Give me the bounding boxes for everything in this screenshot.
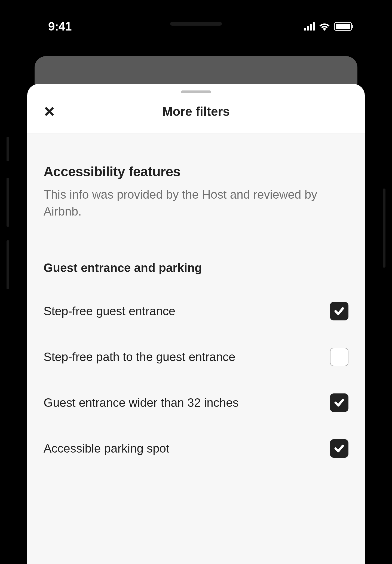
phone-frame: 9:41 More filters (8, 3, 384, 564)
notch (170, 22, 222, 26)
filter-label: Accessible parking spot (44, 440, 319, 457)
checkbox-wide-entrance[interactable] (330, 393, 348, 412)
cellular-icon (304, 22, 315, 31)
filter-row-step-free-path[interactable]: Step-free path to the guest entrance (44, 348, 348, 366)
battery-icon (334, 22, 352, 31)
checkbox-step-free-path[interactable] (330, 348, 348, 366)
filter-label: Guest entrance wider than 32 inches (44, 394, 319, 411)
filter-row-wide-entrance[interactable]: Guest entrance wider than 32 inches (44, 393, 348, 412)
phone-screen: 9:41 More filters (20, 11, 372, 564)
filter-row-step-free-entrance[interactable]: Step-free guest entrance (44, 302, 348, 320)
status-bar: 9:41 (20, 11, 372, 41)
power-button (383, 189, 385, 268)
checkbox-accessible-parking[interactable] (330, 439, 348, 458)
wifi-icon (319, 22, 330, 31)
sheet-grabber[interactable] (181, 90, 211, 93)
subsection-heading: Guest entrance and parking (44, 261, 348, 275)
filter-row-accessible-parking[interactable]: Accessible parking spot (44, 439, 348, 458)
status-icons (304, 22, 352, 31)
section-description: This info was provided by the Host and r… (44, 186, 348, 220)
checkbox-step-free-entrance[interactable] (330, 302, 348, 320)
volume-down-button (7, 240, 9, 289)
section-heading: Accessibility features (44, 164, 348, 180)
sheet-header: More filters (27, 93, 365, 134)
sheet-title: More filters (162, 104, 230, 119)
filter-label: Step-free path to the guest entrance (44, 348, 319, 365)
volume-up-button (7, 178, 9, 227)
sheet-body[interactable]: Accessibility features This info was pro… (27, 134, 365, 564)
volume-switch (7, 137, 9, 161)
filter-label: Step-free guest entrance (44, 303, 319, 320)
status-time: 9:41 (48, 20, 72, 33)
filters-sheet: More filters Accessibility features This… (27, 84, 365, 564)
close-icon[interactable] (44, 106, 55, 117)
